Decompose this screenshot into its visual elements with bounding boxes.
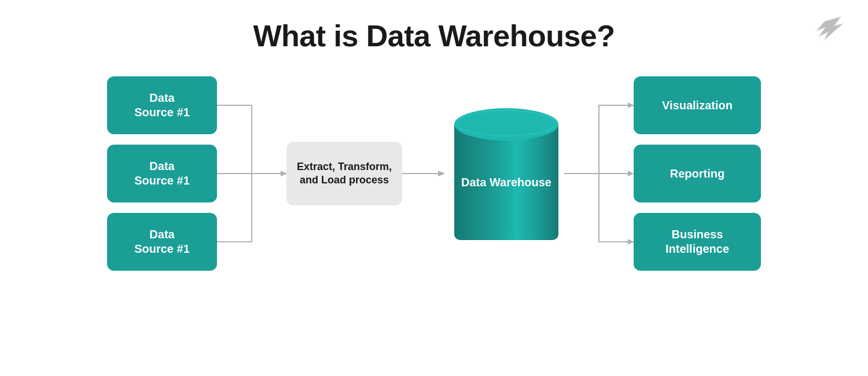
- sources-column: Data Source #1 Data Source #1 Data Sourc…: [107, 76, 217, 271]
- cylinder-top-ellipse: [454, 107, 558, 142]
- source-box-2: Data Source #1: [107, 145, 217, 202]
- output-reporting: Reporting: [634, 145, 761, 202]
- logo-icon: [812, 16, 845, 45]
- warehouse-label: Data Warehouse: [461, 176, 551, 189]
- source-box-1: Data Source #1: [107, 76, 217, 134]
- cylinder-shape: Data Warehouse: [454, 107, 558, 240]
- etl-to-warehouse-connector: [402, 168, 448, 179]
- svg-marker-9: [628, 171, 634, 176]
- sources-to-etl-connector: [217, 76, 286, 271]
- data-warehouse-cylinder: Data Warehouse: [448, 107, 564, 240]
- svg-marker-7: [628, 102, 634, 108]
- page-title: What is Data Warehouse?: [0, 0, 868, 76]
- source-box-3: Data Source #1: [107, 213, 217, 271]
- svg-marker-4: [438, 171, 445, 176]
- diagram: Data Source #1 Data Source #1 Data Sourc…: [0, 76, 868, 271]
- warehouse-to-outputs-connector: [564, 76, 634, 271]
- outputs-column: Visualization Reporting Business Intelli…: [634, 76, 761, 271]
- svg-marker-10: [628, 239, 634, 245]
- etl-box: Extract, Transform, and Load process: [286, 142, 402, 205]
- output-visualization: Visualization: [634, 76, 761, 134]
- output-business-intelligence: Business Intelligence: [634, 213, 761, 271]
